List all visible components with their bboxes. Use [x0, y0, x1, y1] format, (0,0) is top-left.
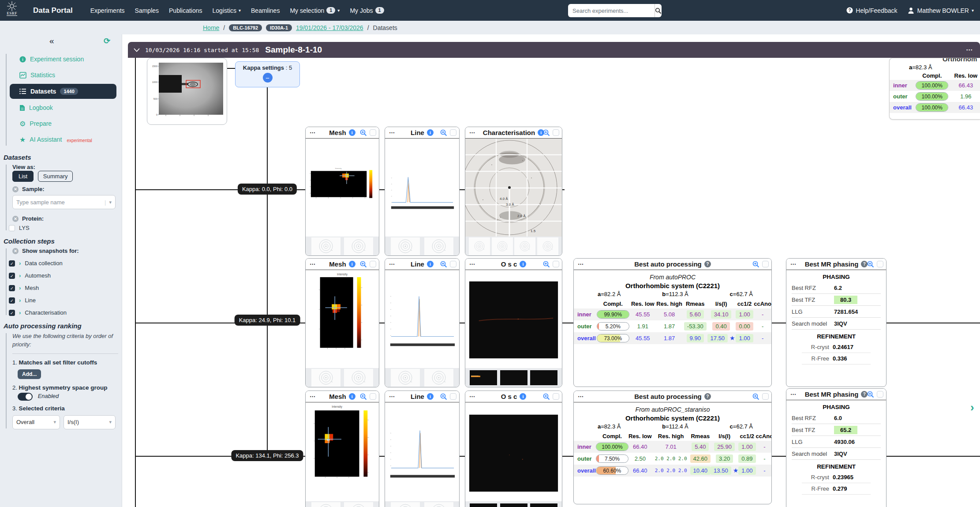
- select-panel-checkbox[interactable]: [553, 393, 559, 400]
- sample-menu-dots[interactable]: ⋯: [966, 46, 973, 54]
- sidebar-item-prepare[interactable]: ⚙ Prepare: [0, 116, 122, 131]
- snapshot-thumbnail[interactable]: [500, 503, 527, 507]
- info-icon[interactable]: i: [520, 393, 526, 400]
- snapshot-thumbnail[interactable]: [311, 237, 340, 255]
- snapshot-thumbnail[interactable]: [424, 369, 453, 387]
- chevron-right-icon[interactable]: ›: [19, 260, 21, 267]
- step-line-checkbox[interactable]: ✓: [9, 297, 15, 304]
- panel-menu-dots[interactable]: ⋯: [469, 129, 475, 136]
- sample-select[interactable]: Type sample name | ▾: [12, 195, 116, 209]
- protein-lys-checkbox[interactable]: [9, 225, 15, 231]
- snapshot-thumbnail[interactable]: [391, 237, 420, 255]
- step-mesh-checkbox[interactable]: ✓: [9, 285, 15, 291]
- snapshot-thumbnail[interactable]: [492, 237, 513, 255]
- nav-experiments[interactable]: Experiments: [90, 7, 125, 14]
- nav-my-selection[interactable]: My selection1▾: [290, 7, 340, 14]
- sidebar-item-datasets[interactable]: Datasets 1440: [10, 84, 116, 99]
- panel-menu-dots[interactable]: ⋯: [389, 261, 395, 267]
- panel-menu-dots[interactable]: ⋯: [578, 261, 584, 267]
- collapse-node-button[interactable]: −: [263, 73, 273, 83]
- criteria-scope-select[interactable]: Overall ▾: [12, 415, 60, 429]
- select-panel-checkbox[interactable]: [370, 129, 376, 136]
- info-icon[interactable]: i: [427, 129, 434, 136]
- snapshot-thumbnail[interactable]: [391, 502, 420, 507]
- panel-menu-dots[interactable]: ⋯: [469, 393, 475, 400]
- info-icon[interactable]: i: [349, 393, 355, 400]
- clear-protein-filter-icon[interactable]: ✕: [12, 216, 19, 222]
- panel-menu-dots[interactable]: ⋯: [310, 129, 316, 136]
- snapshot-thumbnail[interactable]: [530, 503, 557, 507]
- step-data-collection-checkbox[interactable]: ✓: [9, 260, 15, 267]
- info-icon[interactable]: i: [349, 261, 355, 267]
- zoom-icon[interactable]: [543, 261, 550, 268]
- panel-menu-dots[interactable]: ⋯: [310, 261, 316, 267]
- zoom-icon[interactable]: [360, 261, 367, 268]
- clear-snapshots-icon[interactable]: ✕: [12, 248, 19, 254]
- add-filter-button[interactable]: Add...: [18, 369, 41, 379]
- select-panel-checkbox[interactable]: [450, 261, 456, 267]
- info-icon[interactable]: i: [520, 261, 526, 267]
- snapshot-thumbnail[interactable]: [470, 370, 497, 385]
- snapshot-thumbnail[interactable]: [344, 502, 373, 507]
- snapshot-thumbnail[interactable]: [424, 237, 453, 255]
- select-panel-checkbox[interactable]: [877, 391, 883, 398]
- sidebar-collapse-icon[interactable]: «: [49, 36, 54, 46]
- panel-menu-dots[interactable]: ⋯: [310, 393, 316, 400]
- zoom-icon[interactable]: [440, 261, 447, 268]
- sidebar-item-experiment-session[interactable]: i Experiment session: [0, 51, 122, 67]
- snapshot-thumbnail[interactable]: [500, 370, 527, 385]
- view-list-button[interactable]: List: [12, 171, 34, 182]
- snapshot-thumbnail[interactable]: [391, 369, 420, 387]
- sample-snapshot-card[interactable]: 1500 1000 500 0: [147, 58, 227, 125]
- zoom-icon[interactable]: [543, 129, 550, 136]
- snapshot-thumbnail[interactable]: [537, 237, 558, 255]
- search-input[interactable]: [568, 4, 655, 17]
- zoom-icon[interactable]: [543, 393, 550, 400]
- select-panel-checkbox[interactable]: [762, 261, 769, 267]
- help-circle-icon[interactable]: ?: [704, 393, 711, 400]
- nav-logistics[interactable]: Logistics▾: [213, 7, 241, 14]
- snapshot-thumbnail[interactable]: [469, 237, 490, 255]
- clear-sample-filter-icon[interactable]: ✕: [12, 186, 19, 192]
- select-panel-checkbox[interactable]: [450, 393, 456, 400]
- info-icon[interactable]: i: [427, 261, 434, 267]
- zoom-icon[interactable]: [867, 391, 874, 398]
- nav-beamlines[interactable]: Beamlines: [251, 7, 280, 14]
- sidebar-item-ai-assistant[interactable]: ★ AI Assistant experimental: [0, 131, 122, 147]
- step-automesh-checkbox[interactable]: ✓: [9, 273, 15, 279]
- nav-my-jobs[interactable]: My Jobs1: [350, 7, 384, 14]
- select-panel-checkbox[interactable]: [370, 261, 376, 267]
- kappa-settings-node[interactable]: Kappa settings : 5 −: [235, 61, 300, 87]
- sidebar-item-statistics[interactable]: Statistics: [0, 67, 122, 83]
- panel-menu-dots[interactable]: ⋯: [578, 393, 584, 400]
- symmetry-toggle[interactable]: [18, 393, 33, 401]
- zoom-icon[interactable]: [360, 129, 367, 136]
- criteria-metric-select[interactable]: I/s(I) ▾: [64, 415, 116, 429]
- view-summary-button[interactable]: Summary: [38, 171, 73, 182]
- snapshot-thumbnail[interactable]: [344, 237, 373, 255]
- app-title[interactable]: Data Portal: [33, 6, 73, 15]
- esrf-logo[interactable]: ESRF: [3, 1, 21, 19]
- step-characterisation-checkbox[interactable]: ✓: [9, 310, 15, 316]
- user-menu[interactable]: Matthew BOWLER ▾: [908, 7, 974, 14]
- select-panel-checkbox[interactable]: [877, 261, 883, 267]
- select-panel-checkbox[interactable]: [450, 129, 456, 136]
- refresh-icon[interactable]: ⟳: [104, 36, 110, 46]
- zoom-icon[interactable]: [440, 393, 447, 400]
- snapshot-thumbnail[interactable]: [470, 503, 497, 507]
- select-panel-checkbox[interactable]: [370, 393, 376, 400]
- help-circle-icon[interactable]: ?: [704, 261, 711, 267]
- breadcrumb-home[interactable]: Home: [203, 24, 219, 31]
- chevron-right-icon[interactable]: ›: [19, 309, 21, 316]
- scroll-right-chevron-icon[interactable]: ›: [970, 401, 974, 414]
- snapshot-thumbnail[interactable]: [311, 502, 340, 507]
- panel-menu-dots[interactable]: ⋯: [389, 129, 395, 136]
- chevron-right-icon[interactable]: ›: [19, 285, 21, 291]
- sidebar-item-logbook[interactable]: Logbook: [0, 100, 122, 116]
- select-panel-checkbox[interactable]: [762, 393, 769, 400]
- help-feedback[interactable]: ? Help/Feedback: [846, 7, 897, 14]
- chevron-right-icon[interactable]: ›: [19, 297, 21, 304]
- nav-samples[interactable]: Samples: [135, 7, 159, 14]
- zoom-icon[interactable]: [360, 393, 367, 400]
- zoom-icon[interactable]: [440, 129, 447, 136]
